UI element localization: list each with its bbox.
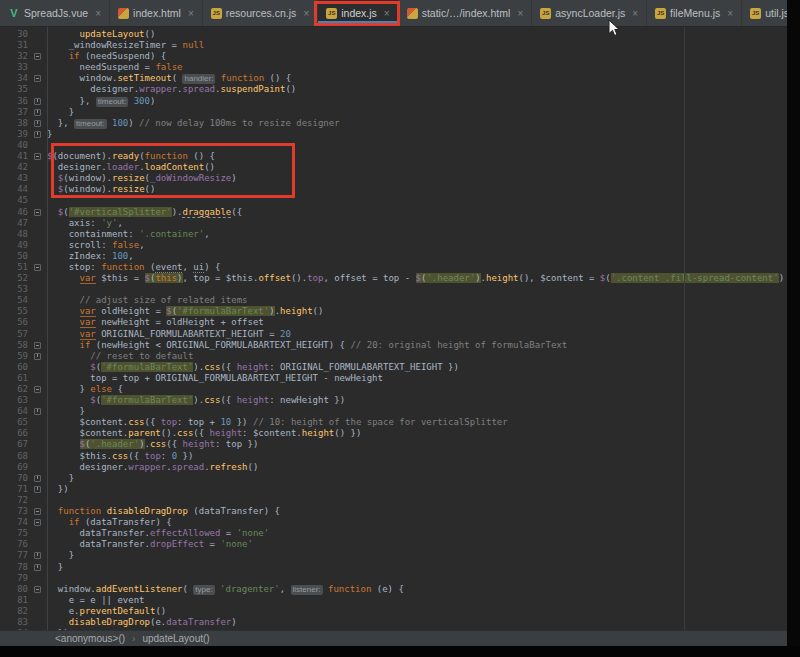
code-text: } [47, 550, 800, 561]
tab-close-icon[interactable]: × [95, 8, 101, 19]
fold-collapse-icon[interactable] [34, 209, 41, 216]
fold-gutter [28, 162, 47, 173]
fold-end-icon[interactable] [34, 486, 41, 493]
fold-gutter [28, 73, 47, 84]
code-line: 76 dataTransfer.dropEffect = 'none' [0, 539, 800, 550]
code-text: var $this = $(this), top = $this.offset(… [47, 273, 800, 284]
tab-close-icon[interactable]: × [632, 8, 638, 19]
fold-end-icon[interactable] [34, 131, 41, 138]
code-text: $('#formulaBarText').css({ height: ORIGI… [47, 362, 800, 373]
code-text: top = top + ORIGINAL_FORMULABARTEXT_HEIG… [47, 373, 800, 384]
tab-asyncloader-js[interactable]: JSasyncLoader.js× [532, 0, 647, 26]
tab-label: asyncLoader.js [555, 7, 625, 19]
line-number: 78 [0, 562, 28, 573]
fold-end-icon[interactable] [34, 120, 41, 127]
line-number: 77 [0, 550, 28, 561]
fold-collapse-icon[interactable] [34, 53, 41, 60]
fold-collapse-icon[interactable] [34, 153, 41, 160]
code-text: if (dataTransfer) { [47, 517, 800, 528]
fold-end-icon[interactable] [34, 109, 41, 116]
fold-collapse-icon[interactable] [34, 519, 41, 526]
fold-end-icon[interactable] [34, 98, 41, 105]
fold-collapse-icon[interactable] [34, 75, 41, 82]
fold-gutter [28, 317, 47, 328]
tab-label: static/…/index.html [422, 7, 511, 19]
code-line: 78 } [0, 562, 800, 573]
mouse-cursor [608, 20, 621, 38]
line-number: 63 [0, 395, 28, 406]
code-line: 34 window.setTimeout( handler: function … [0, 73, 800, 84]
code-line: 70 } [0, 473, 800, 484]
code-line: 67 $('.header').css({ height: top }) [0, 439, 800, 450]
breadcrumb-item-updatelayout[interactable]: updateLayout() [142, 633, 209, 644]
code-text: $('#formulaBarText').css({ height: newHe… [47, 395, 800, 406]
line-number: 79 [0, 573, 28, 584]
fold-collapse-icon[interactable] [34, 264, 41, 271]
line-number: 44 [0, 184, 28, 195]
line-number: 39 [0, 129, 28, 140]
tab-close-icon[interactable]: × [303, 8, 309, 19]
code-line: 68 $this.css({ top: 0 }) [0, 451, 800, 462]
tab-close-icon[interactable]: × [188, 8, 194, 19]
tab-close-icon[interactable]: × [727, 8, 733, 19]
tab-label: fileMenu.js [670, 7, 720, 19]
fold-collapse-icon[interactable] [34, 386, 41, 393]
fold-gutter [28, 273, 47, 284]
fold-gutter [28, 373, 47, 384]
code-line: 38 }, timeout: 100) // now delay 100ms t… [0, 118, 800, 129]
tab-label: resources.cn.js [226, 7, 297, 19]
breadcrumb-item-anonymous[interactable]: <anonymous>() [55, 633, 125, 644]
code-text: // reset to default [47, 351, 800, 362]
line-number: 53 [0, 284, 28, 295]
tab-index-html[interactable]: index.html× [110, 0, 203, 26]
code-text: var oldHeight = $('#formulaBarText').hei… [47, 306, 800, 317]
code-line: 62 } else { [0, 384, 800, 395]
code-lines: 30 updateLayout()31 _windowResizeTimer =… [0, 29, 800, 630]
code-text: } [47, 406, 800, 417]
line-number: 32 [0, 51, 28, 62]
fold-gutter [28, 240, 47, 251]
code-line: 32 if (needSuspend) { [0, 51, 800, 62]
tab-resources-cn-js[interactable]: JSresources.cn.js× [203, 0, 318, 26]
fold-gutter [28, 451, 47, 462]
line-number: 49 [0, 240, 28, 251]
tab-spreadjs-vue[interactable]: VSpreadJs.vue× [0, 0, 110, 26]
tab-static-index-html[interactable]: static/…/index.html× [399, 0, 533, 26]
code-area[interactable]: 30 updateLayout()31 _windowResizeTimer =… [0, 27, 800, 630]
code-line: 79 [0, 573, 800, 584]
fold-end-icon[interactable] [34, 564, 41, 571]
tab-filemenu-js[interactable]: JSfileMenu.js× [647, 0, 742, 26]
fold-gutter [28, 506, 47, 517]
fold-end-icon[interactable] [34, 408, 41, 415]
code-text: stop: function (event, ui) { [47, 262, 800, 273]
line-number: 31 [0, 40, 28, 51]
fold-gutter [28, 107, 47, 118]
code-text: var ORIGINAL_FORMULABARTEXT_HEIGHT = 20 [47, 329, 800, 340]
code-text: }, timeout: 300) [47, 96, 800, 107]
fold-end-icon[interactable] [34, 475, 41, 482]
fold-end-icon[interactable] [34, 552, 41, 559]
tab-index-js[interactable]: JSindex.js× [318, 0, 398, 26]
tab-close-icon[interactable]: × [517, 8, 523, 19]
fold-collapse-icon[interactable] [34, 508, 41, 515]
js-file-icon: JS [750, 8, 761, 19]
fold-gutter [28, 528, 47, 539]
code-line: 63 $('#formulaBarText').css({ height: ne… [0, 395, 800, 406]
tab-label: SpreadJs.vue [24, 7, 88, 19]
line-number: 47 [0, 218, 28, 229]
fold-collapse-icon[interactable] [34, 586, 41, 593]
line-number: 46 [0, 207, 28, 218]
line-number: 30 [0, 29, 28, 40]
fold-collapse-icon[interactable] [34, 342, 41, 349]
tab-label: util.js [765, 7, 789, 19]
code-text: $this.css({ top: 0 }) [47, 451, 800, 462]
fold-end-icon[interactable] [34, 353, 41, 360]
fold-gutter [28, 550, 47, 561]
code-line: 69 designer.wrapper.spread.refresh() [0, 462, 800, 473]
line-number: 41 [0, 151, 28, 162]
code-text [47, 573, 800, 584]
js-file-icon: JS [540, 8, 551, 19]
code-text: // adjust size of related items [47, 295, 800, 306]
code-text: window.addEventListener( type: 'dragente… [47, 584, 800, 595]
code-text: needSuspend = false [47, 62, 800, 73]
